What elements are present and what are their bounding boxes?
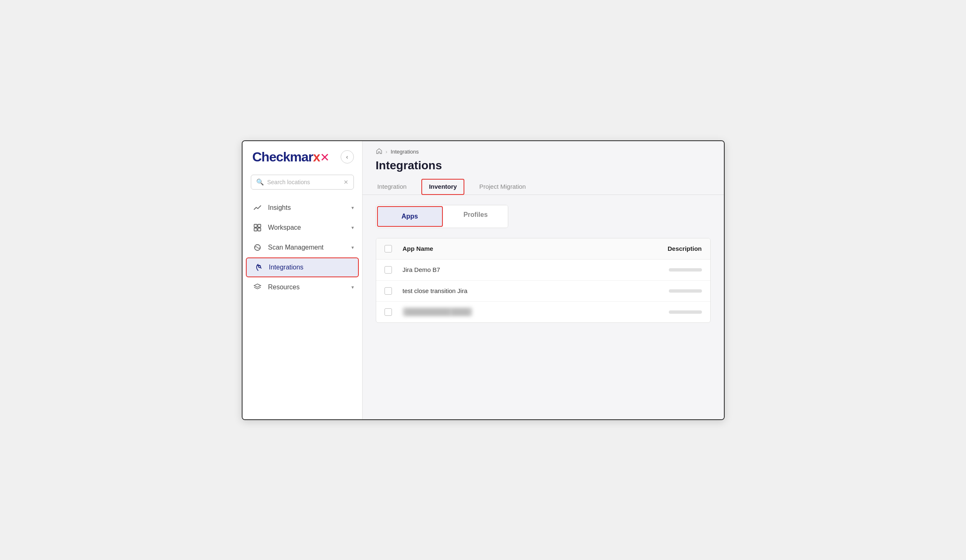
svg-rect-1 (258, 224, 261, 227)
integrations-label: Integrations (269, 264, 353, 271)
tab-project-migration[interactable]: Project Migration (478, 179, 528, 195)
table-header: App Name Description (376, 238, 710, 260)
home-icon[interactable] (376, 148, 382, 156)
scan-chevron-icon: ▾ (351, 245, 354, 250)
sidebar: Checkmarx✕ ‹ 🔍 ✕ Insights ▾ (243, 141, 363, 419)
scan-management-label: Scan Management (268, 244, 346, 251)
breadcrumb-separator: › (386, 149, 387, 155)
sub-tab-apps[interactable]: Apps (377, 206, 443, 227)
select-all-checkbox[interactable] (384, 245, 392, 252)
sidebar-item-workspace[interactable]: Workspace ▾ (243, 218, 362, 238)
integrations-icon (253, 263, 263, 272)
logo: Checkmarx✕ (252, 149, 329, 165)
svg-rect-3 (258, 228, 261, 231)
collapse-icon: ‹ (346, 154, 348, 160)
row2-desc-placeholder (669, 289, 702, 293)
row2-checkbox[interactable] (384, 287, 392, 295)
insights-chevron-icon: ▾ (351, 205, 354, 211)
svg-rect-2 (254, 228, 257, 231)
apps-table: App Name Description Jira Demo B7 (376, 238, 711, 323)
nav-menu: Insights ▾ Workspace ▾ (243, 198, 362, 411)
logo-area: Checkmarx✕ ‹ (243, 149, 362, 175)
clear-search-icon[interactable]: ✕ (344, 179, 348, 185)
collapse-sidebar-button[interactable]: ‹ (341, 150, 354, 163)
tab-inventory[interactable]: Inventory (421, 179, 464, 195)
table-row: test close transition Jira (376, 281, 710, 302)
row3-description (644, 310, 702, 314)
sub-tabs: Apps Profiles (376, 205, 508, 228)
row2-checkbox-col (384, 287, 394, 295)
sidebar-item-insights[interactable]: Insights ▾ (243, 198, 362, 218)
app-container: Checkmarx✕ ‹ 🔍 ✕ Insights ▾ (242, 140, 725, 420)
search-input[interactable] (267, 179, 340, 185)
row2-description (644, 289, 702, 293)
insights-icon (252, 204, 262, 212)
breadcrumb: › Integrations (363, 141, 724, 157)
row1-description (644, 268, 702, 272)
svg-rect-0 (254, 224, 257, 227)
resources-label: Resources (268, 284, 346, 291)
main-content: › Integrations Integrations Integration … (363, 141, 724, 419)
page-tabs: Integration Inventory Project Migration (363, 179, 724, 195)
row3-checkbox[interactable] (384, 308, 392, 316)
row3-app-name: ██████████ ████ (403, 308, 636, 315)
workspace-chevron-icon: ▾ (351, 225, 354, 231)
row3-desc-placeholder (669, 310, 702, 314)
row1-desc-placeholder (669, 268, 702, 272)
scan-icon (252, 243, 262, 252)
breadcrumb-current: Integrations (391, 149, 419, 155)
row2-app-name: test close transition Jira (403, 287, 636, 294)
insights-label: Insights (268, 204, 346, 212)
row3-checkbox-col (384, 308, 394, 316)
search-box[interactable]: 🔍 ✕ (251, 175, 354, 190)
resources-icon (252, 283, 262, 291)
sidebar-item-integrations[interactable]: Integrations (246, 257, 359, 277)
workspace-icon (252, 224, 262, 232)
svg-line-6 (260, 267, 261, 268)
table-row: Jira Demo B7 (376, 260, 710, 281)
col-header-app-name: App Name (403, 245, 636, 252)
sidebar-item-scan-management[interactable]: Scan Management ▾ (243, 238, 362, 257)
row1-checkbox-col (384, 266, 394, 274)
resources-chevron-icon: ▾ (351, 284, 354, 290)
workspace-label: Workspace (268, 224, 346, 231)
search-icon: 🔍 (256, 178, 264, 186)
header-checkbox-col (384, 245, 394, 252)
row1-app-name: Jira Demo B7 (403, 266, 636, 273)
table-row: ██████████ ████ (376, 302, 710, 322)
tab-integration[interactable]: Integration (376, 179, 409, 195)
row1-checkbox[interactable] (384, 266, 392, 274)
sub-tab-profiles[interactable]: Profiles (444, 205, 508, 228)
col-header-description: Description (644, 245, 702, 252)
page-title: Integrations (363, 157, 724, 179)
content-area: Apps Profiles App Name Description (363, 195, 724, 419)
sidebar-item-resources[interactable]: Resources ▾ (243, 277, 362, 297)
